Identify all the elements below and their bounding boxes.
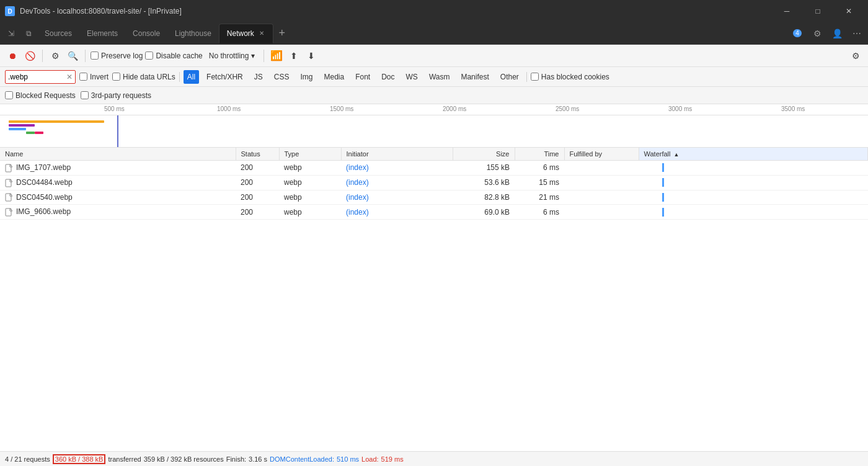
filter-ws-button[interactable]: WS [402,70,422,84]
tab-lighthouse-label: Lighthouse [175,29,211,38]
initiator-link[interactable]: (index) [346,178,369,187]
download-button[interactable]: ⬇ [304,48,319,63]
filter-wasm-button[interactable]: Wasm [425,70,454,84]
search-clear-button[interactable]: ✕ [66,73,73,81]
sort-arrow-icon: ▲ [674,151,680,158]
load-label: Load: [361,455,379,463]
file-name: DSC04484.webp [16,178,73,187]
table-row[interactable]: DSC04484.webp 200 webp (index) 53.6 kB 1… [0,175,868,190]
tab-console-label: Console [133,29,160,38]
filter-manifest-button[interactable]: Manifest [457,70,492,84]
th-size[interactable]: Size [453,148,515,161]
maximize-button[interactable]: □ [804,0,832,22]
table-row[interactable]: IMG_1707.webp 200 webp (index) 155 kB 6 … [0,161,868,176]
filter-media-button[interactable]: Media [320,70,348,84]
preserve-log-label[interactable]: Preserve log [91,52,143,60]
tab-network-close[interactable]: ✕ [258,29,265,38]
notifications-button[interactable]: 4 [789,25,806,42]
cell-time: 6 ms [515,161,564,176]
tab-console[interactable]: Console [125,24,167,43]
filter-js-button[interactable]: JS [250,70,267,84]
timeline[interactable]: 500 ms 1000 ms 1500 ms 2000 ms 2500 ms 3… [0,104,868,148]
waterfall-dot [662,178,664,187]
table-row[interactable]: IMG_9606.webp 200 webp (index) 69.0 kB 6… [0,205,868,220]
tab-sources[interactable]: Sources [37,24,79,43]
th-fulfilled[interactable]: Fulfilled by [564,148,639,161]
th-waterfall[interactable]: Waterfall ▲ [639,148,868,161]
minimize-button[interactable]: ─ [773,0,801,22]
filter-img-button[interactable]: Img [296,70,316,84]
throttle-label: No throttling [209,52,249,60]
filter-css-button[interactable]: CSS [270,70,293,84]
new-tab-button[interactable]: + [273,25,291,42]
cell-name: DSC04540.webp [0,190,236,205]
has-blocked-checkbox[interactable] [531,73,539,81]
record-button[interactable]: ⏺ [5,48,20,63]
blocked-requests-label[interactable]: Blocked Requests [5,91,76,100]
settings-button[interactable]: ⚙ [808,25,826,42]
invert-checkbox[interactable] [79,73,87,81]
cell-type: webp [279,190,341,205]
has-blocked-label[interactable]: Has blocked cookies [531,73,609,81]
initiator-link[interactable]: (index) [346,208,369,217]
cell-initiator: (index) [341,175,453,190]
th-initiator[interactable]: Initiator [341,148,453,161]
cast-icon[interactable]: ⇲ [2,25,20,42]
search-input[interactable] [8,73,64,81]
invert-label[interactable]: Invert [79,73,108,81]
disable-cache-label[interactable]: Disable cache [145,52,202,60]
account-button[interactable]: 👤 [828,25,846,42]
blocked-requests-text: Blocked Requests [16,91,76,100]
filter-other-button[interactable]: Other [497,70,523,84]
third-party-checkbox[interactable] [81,91,89,99]
filter-all-button[interactable]: All [184,70,199,84]
cell-fulfilled [564,161,639,176]
disable-cache-checkbox[interactable] [145,52,153,60]
more-button[interactable]: ⋯ [848,25,866,42]
tab-elements[interactable]: Elements [79,24,125,43]
filter-font-button[interactable]: Font [352,70,374,84]
search-button[interactable]: 🔍 [65,48,80,63]
network-toolbar-2: ✕ Invert Hide data URLs All Fetch/XHR JS… [0,67,868,87]
th-status[interactable]: Status [236,148,279,161]
filter-fetch-button[interactable]: Fetch/XHR [203,70,247,84]
th-time[interactable]: Time [515,148,564,161]
network-settings-button[interactable]: ⚙ [848,48,863,63]
close-button[interactable]: ✕ [835,0,863,22]
tab-lighthouse[interactable]: Lighthouse [167,24,219,43]
th-type[interactable]: Type [279,148,341,161]
table-row[interactable]: DSC04540.webp 200 webp (index) 82.8 kB 2… [0,190,868,205]
initiator-link[interactable]: (index) [346,163,369,172]
clear-button[interactable]: 🚫 [22,48,37,63]
upload-button[interactable]: ⬆ [286,48,301,63]
cell-size: 69.0 kB [453,205,515,220]
network-table-container[interactable]: Name Status Type Initiator Size [0,148,868,451]
hide-data-urls-checkbox[interactable] [112,73,120,81]
preserve-log-checkbox[interactable] [91,52,99,60]
cell-waterfall [639,190,868,205]
third-party-text: 3rd-party requests [91,91,151,100]
throttle-button[interactable]: No throttling ▾ [205,50,259,61]
tick-1500ms: 1500 ms [330,105,353,112]
finish-value: 3.16 s [249,455,267,463]
waterfall-bar [644,163,863,172]
waterfall-bar [644,208,863,217]
wifi-icon[interactable]: 📶 [269,48,284,63]
cell-waterfall [639,175,868,190]
network-table: Name Status Type Initiator Size [0,148,868,220]
filter-icon-button[interactable]: ⚙ [48,48,63,63]
network-toolbar-1: ⏺ 🚫 ⚙ 🔍 Preserve log Disable cache No th… [0,45,868,67]
new-tab-icon[interactable]: ⧉ [20,25,37,42]
waterfall-bar [644,178,863,187]
hide-data-urls-label[interactable]: Hide data URLs [112,73,175,81]
cell-initiator: (index) [341,190,453,205]
third-party-label[interactable]: 3rd-party requests [81,91,151,100]
blocked-requests-checkbox[interactable] [5,91,13,99]
tab-network[interactable]: Network ✕ [219,24,273,43]
table-body: IMG_1707.webp 200 webp (index) 155 kB 6 … [0,161,868,220]
disable-cache-text: Disable cache [156,52,202,60]
cell-size: 155 kB [453,161,515,176]
filter-doc-button[interactable]: Doc [378,70,398,84]
initiator-link[interactable]: (index) [346,193,369,202]
th-name[interactable]: Name [0,148,236,161]
